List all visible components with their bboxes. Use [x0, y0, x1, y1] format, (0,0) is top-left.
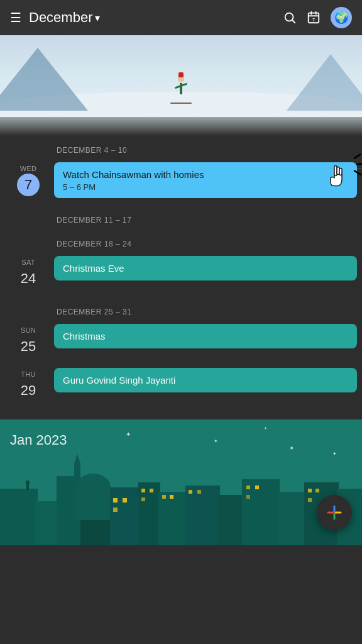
day-number: 29: [17, 379, 40, 402]
day-label-wed7: WED 7: [5, 162, 52, 196]
week-header-1: DECEMBER 4 – 10: [0, 136, 362, 160]
city-skyline: [0, 445, 362, 545]
week-section-3: DECEMBER 18 – 24 SAT 24 Christmas Eve: [0, 230, 362, 297]
day-name: THU: [21, 370, 36, 378]
day-row-sat24: SAT 24 Christmas Eve: [0, 253, 362, 297]
day-label-thu29: THU 29: [5, 368, 52, 402]
star-icon: ✦: [126, 431, 131, 438]
week-header-2: DECEMBER 11 – 17: [0, 206, 362, 230]
svg-text:7: 7: [312, 18, 315, 22]
svg-rect-37: [278, 492, 306, 545]
event-card-chainsawman[interactable]: Watch Chainsawman with homies 5 – 6 PM: [54, 162, 357, 198]
star-icon: ✦: [214, 438, 218, 444]
star-icon: ✦: [264, 426, 267, 430]
event-title: Christmas Eve: [63, 262, 348, 275]
svg-rect-25: [158, 492, 187, 545]
svg-rect-43: [255, 486, 259, 489]
day-label-sat24: SAT 24: [5, 256, 52, 290]
svg-rect-16: [35, 501, 60, 545]
week-section-2: DECEMBER 11 – 17: [0, 206, 362, 230]
svg-rect-34: [185, 486, 220, 545]
day-name: SAT: [21, 258, 35, 266]
svg-point-49: [26, 480, 30, 484]
day-label-sun25: SUN 25: [5, 324, 52, 358]
svg-rect-46: [315, 489, 319, 492]
skier-figure: [173, 76, 189, 101]
svg-rect-44: [246, 495, 250, 499]
day-number: 25: [17, 335, 40, 358]
svg-rect-33: [170, 495, 173, 499]
svg-rect-29: [141, 489, 145, 492]
day-row-wed7: WED 7 Watch Chainsawman with homies 5 – …: [0, 160, 362, 206]
svg-rect-26: [113, 498, 118, 502]
fab-add-button[interactable]: [317, 495, 352, 530]
day-name: WED: [20, 165, 37, 172]
chevron-down-icon: ▾: [95, 12, 100, 24]
svg-rect-27: [123, 498, 127, 502]
svg-rect-23: [110, 487, 141, 496]
event-card-guru-govind[interactable]: Guru Govind Singh Jayanti: [54, 368, 357, 393]
week-header-3: DECEMBER 18 – 24: [0, 230, 362, 253]
calendar-content: DECEMBER 4 – 10 WED 7 Watch Chainsawman …: [0, 136, 362, 409]
svg-rect-35: [218, 495, 243, 545]
top-navigation-bar: ☰ December ▾ 7 🌍: [0, 0, 362, 35]
event-title: Watch Chainsawman with homies: [63, 169, 348, 181]
svg-rect-42: [246, 486, 250, 489]
calendar-today-icon[interactable]: 7: [307, 11, 321, 25]
svg-rect-30: [141, 497, 145, 501]
svg-rect-15: [0, 489, 38, 545]
event-card-christmas-eve[interactable]: Christmas Eve: [54, 256, 357, 281]
svg-marker-19: [74, 454, 80, 464]
svg-rect-17: [57, 476, 75, 545]
avatar[interactable]: 🌍: [331, 7, 352, 28]
svg-line-10: [354, 171, 361, 175]
svg-line-1: [292, 20, 295, 23]
svg-rect-47: [308, 498, 312, 502]
day-row-sun25: SUN 25 Christmas: [0, 321, 362, 365]
svg-rect-21: [75, 487, 111, 520]
event-title: Guru Govind Singh Jayanti: [63, 374, 348, 387]
hero-illustration: [0, 35, 362, 136]
plus-icon: [324, 502, 344, 523]
week-header-4: DECEMBER 25 – 31: [0, 297, 362, 321]
event-time: 5 – 6 PM: [63, 182, 348, 192]
month-title-area[interactable]: December ▾: [29, 9, 275, 26]
menu-icon[interactable]: ☰: [10, 10, 21, 25]
day-row-thu29: THU 29 Guru Govind Singh Jayanti: [0, 365, 362, 409]
bottom-illustration: Jan 2023 ✦ ✦ ✦ ✦ ✦: [0, 419, 362, 545]
svg-rect-45: [308, 489, 312, 492]
search-icon[interactable]: [283, 11, 297, 25]
day-number: 24: [17, 267, 40, 290]
svg-line-9: [357, 164, 362, 165]
day-name: SUN: [21, 326, 36, 334]
svg-rect-48: [26, 484, 29, 490]
svg-rect-40: [189, 490, 192, 494]
header-actions: 7 🌍: [283, 7, 352, 28]
week-section-1: DECEMBER 4 – 10 WED 7 Watch Chainsawman …: [0, 136, 362, 206]
svg-rect-28: [113, 508, 118, 512]
svg-rect-32: [162, 495, 166, 499]
week-section-4: DECEMBER 25 – 31 SUN 25 Christmas THU 29…: [0, 297, 362, 409]
month-title: December: [29, 9, 92, 26]
event-title: Christmas: [63, 330, 348, 343]
svg-rect-41: [197, 490, 201, 494]
day-number: 7: [17, 174, 40, 196]
event-card-christmas[interactable]: Christmas: [54, 324, 357, 349]
svg-rect-31: [150, 489, 153, 492]
